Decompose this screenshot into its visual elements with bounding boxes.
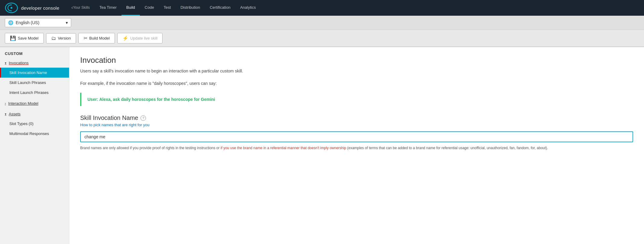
- toolbar: 💾 Save Model 🗂 Version ✂ Build Model ⚡ U…: [0, 30, 644, 47]
- nav-certification[interactable]: Certification: [205, 0, 235, 16]
- nav-distribution[interactable]: Distribution: [176, 0, 205, 16]
- app-title: developer console: [21, 5, 59, 11]
- language-selector[interactable]: 🌐 English (US) ▾: [5, 18, 71, 27]
- page-desc-2: For example, if the invocation name is "…: [80, 80, 633, 87]
- skill-invocation-section: Skill Invocation Name ? How to pick name…: [80, 114, 633, 151]
- sidebar-group-header-assets[interactable]: ▾ Assets: [0, 109, 69, 119]
- sidebar-group-invocations: ▾ Invocations Skill Invocation Name Skil…: [0, 58, 69, 98]
- update-icon: ⚡: [122, 35, 128, 41]
- language-label: English (US): [16, 20, 39, 25]
- chevron-down-icon: ▾: [5, 61, 6, 65]
- nav-code[interactable]: Code: [140, 0, 159, 16]
- svg-point-1: [11, 7, 12, 9]
- version-icon: 🗂: [51, 36, 56, 41]
- brand-note: Brand names are only allowed if you prov…: [80, 145, 633, 151]
- pick-names-link[interactable]: How to pick names that are right for you: [80, 123, 633, 127]
- main-layout: CUSTOM ▾ Invocations Skill Invocation Na…: [0, 47, 644, 244]
- chevron-right-icon: ›: [5, 102, 6, 105]
- nav-tea-timer[interactable]: Tea Timer: [95, 0, 122, 16]
- globe-icon: 🌐: [8, 20, 13, 25]
- sidebar-item-multimodal-responses[interactable]: Multimodal Responses: [0, 129, 69, 139]
- sidebar-item-skill-launch-phrases[interactable]: Skill Launch Phrases: [0, 78, 69, 88]
- help-icon[interactable]: ?: [140, 115, 146, 121]
- nav-links: Your Skills Tea Timer Build Code Test Di…: [67, 0, 261, 16]
- invocations-group-label: Invocations: [9, 61, 29, 65]
- brand-note-link[interactable]: if you use the brand name in a referenti…: [221, 146, 346, 150]
- sidebar-item-intent-launch-phrases[interactable]: Intent Launch Phrases: [0, 88, 69, 98]
- chevron-down-icon-assets: ▾: [5, 112, 6, 116]
- page-desc-1: Users say a skill's invocation name to b…: [80, 68, 633, 74]
- interaction-model-group-label: Interaction Model: [8, 101, 38, 106]
- nav-build[interactable]: Build: [122, 0, 140, 16]
- update-live-skill-button[interactable]: ⚡ Update live skill: [117, 33, 163, 43]
- sidebar-group-header-interaction-model[interactable]: › Interaction Model: [0, 99, 69, 108]
- invocation-name-input[interactable]: [80, 131, 633, 142]
- page-title: Invocation: [80, 56, 633, 65]
- nav-test[interactable]: Test: [159, 0, 176, 16]
- sidebar-section-custom: CUSTOM: [0, 47, 69, 58]
- build-icon: ✂: [84, 35, 87, 41]
- main-content: Invocation Users say a skill's invocatio…: [69, 47, 644, 244]
- nav-analytics[interactable]: Analytics: [235, 0, 260, 16]
- nav-your-skills[interactable]: Your Skills: [67, 0, 95, 16]
- example-text: User: Alexa, ask daily horoscopes for th…: [87, 97, 215, 102]
- assets-group-label: Assets: [9, 112, 21, 116]
- sidebar-item-slot-types[interactable]: Slot Types (0): [0, 119, 69, 129]
- sidebar: CUSTOM ▾ Invocations Skill Invocation Na…: [0, 47, 69, 244]
- example-box: User: Alexa, ask daily horoscopes for th…: [80, 93, 633, 106]
- save-icon: 💾: [10, 35, 16, 41]
- build-model-button[interactable]: ✂ Build Model: [78, 33, 115, 43]
- sidebar-item-skill-invocation-name[interactable]: Skill Invocation Name: [0, 68, 69, 78]
- sidebar-group-header-invocations[interactable]: ▾ Invocations: [0, 58, 69, 68]
- sidebar-group-interaction-model: › Interaction Model: [0, 99, 69, 108]
- logo-area: developer console: [5, 2, 59, 13]
- save-model-button[interactable]: 💾 Save Model: [5, 33, 44, 43]
- top-navigation: developer console Your Skills Tea Timer …: [0, 0, 644, 16]
- version-button[interactable]: 🗂 Version: [46, 33, 76, 43]
- top-section: 🌐 English (US) ▾ 💾 Save Model 🗂 Version …: [0, 16, 644, 47]
- dropdown-chevron-icon: ▾: [66, 20, 68, 25]
- sidebar-group-assets: ▾ Assets Slot Types (0) Multimodal Respo…: [0, 109, 69, 139]
- alexa-logo-icon: [5, 2, 18, 13]
- section-title: Skill Invocation Name ?: [80, 114, 633, 121]
